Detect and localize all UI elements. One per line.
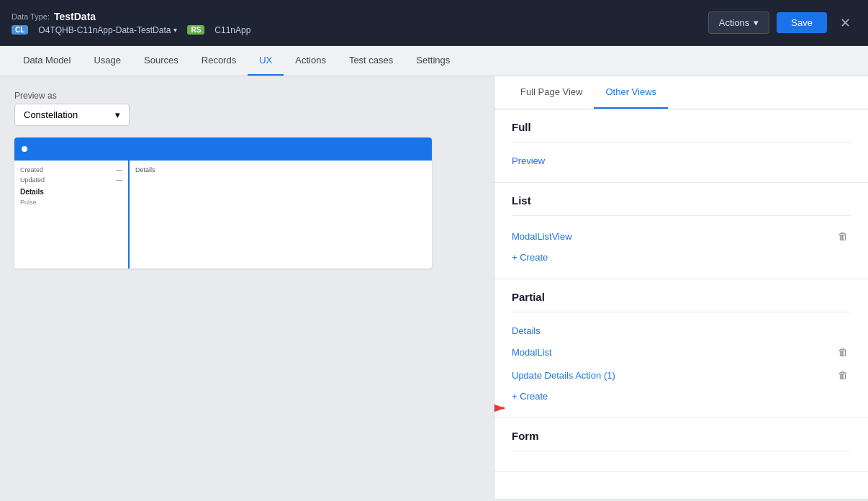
preview-sidebar: Created — Updated — Details Pulse Detail… xyxy=(14,161,432,268)
preview-card: Created — Updated — Details Pulse Detail… xyxy=(14,137,432,268)
save-button[interactable]: Save xyxy=(777,12,827,33)
nav-tabs: Data Model Usage Sources Records UX Acti… xyxy=(0,46,868,76)
form-section: Form xyxy=(494,418,868,472)
delete-update-details-action-icon[interactable]: 🗑 xyxy=(835,368,851,382)
breadcrumb-cl[interactable]: O4TQHB-C11nApp-Data-TestData ▾ xyxy=(38,25,177,35)
modal-list-link[interactable]: ModalList xyxy=(512,347,552,358)
right-panel: Full Page View Other Views Full Preview … xyxy=(494,76,868,499)
created-row: Created — xyxy=(20,166,122,173)
tab-data-model[interactable]: Data Model xyxy=(12,46,82,76)
details-link[interactable]: Details xyxy=(512,325,541,336)
close-button[interactable]: ✕ xyxy=(834,12,856,34)
list-section-divider xyxy=(512,215,851,216)
chevron-down-icon: ▾ xyxy=(173,26,177,34)
preview-main-content: Details xyxy=(130,161,432,268)
panel-content: Full Preview List ModalListView 🗑 + Crea… xyxy=(494,109,868,499)
full-section: Full Preview xyxy=(494,109,868,183)
delete-modal-list-icon[interactable]: 🗑 xyxy=(835,345,851,359)
modal-list-view-link[interactable]: ModalListView xyxy=(512,231,572,242)
preview-label: Preview as xyxy=(14,91,479,101)
updated-label: Updated xyxy=(20,176,45,184)
full-preview-link[interactable]: Preview xyxy=(512,155,545,166)
badge-cl: CL xyxy=(12,25,28,35)
created-value: — xyxy=(116,166,122,173)
modal-list-view-row: ModalListView 🗑 xyxy=(512,225,851,248)
tab-actions[interactable]: Actions xyxy=(284,46,338,76)
preview-card-header xyxy=(14,137,432,161)
chevron-down-icon: ▾ xyxy=(754,17,759,28)
partial-section-title: Partial xyxy=(512,291,851,303)
full-section-divider xyxy=(512,142,851,143)
badge-rs: RS xyxy=(187,25,204,35)
list-section: List ModalListView 🗑 + Create xyxy=(494,183,868,279)
sidebar-details-label: Details xyxy=(20,188,122,196)
preview-select[interactable]: Constellation ▾ xyxy=(14,104,130,126)
partial-create-button[interactable]: + Create xyxy=(512,387,851,406)
breadcrumb: CL O4TQHB-C11nApp-Data-TestData ▾ RS C11… xyxy=(12,25,250,35)
created-label: Created xyxy=(20,166,43,173)
main-content: Preview as Constellation ▾ Created — Upd… xyxy=(0,76,868,499)
list-create-button[interactable]: + Create xyxy=(512,248,851,267)
chevron-down-icon: ▾ xyxy=(115,109,120,120)
red-arrow-annotation xyxy=(494,379,512,415)
form-section-title: Form xyxy=(512,430,851,442)
preview-select-value: Constellation xyxy=(24,109,78,120)
updated-value: — xyxy=(116,176,122,184)
full-section-title: Full xyxy=(512,121,851,133)
header: Data Type: TestData CL O4TQHB-C11nApp-Da… xyxy=(0,0,868,46)
data-type-label-text: Data Type: xyxy=(12,12,50,21)
actions-button[interactable]: Actions ▾ xyxy=(708,12,770,34)
tab-full-page-view[interactable]: Full Page View xyxy=(509,76,594,109)
tab-sources[interactable]: Sources xyxy=(132,46,190,76)
tab-ux[interactable]: UX xyxy=(248,46,284,76)
partial-section-divider xyxy=(512,312,851,312)
update-details-action-link[interactable]: Update Details Action (1) xyxy=(512,370,615,381)
tab-settings[interactable]: Settings xyxy=(404,46,461,76)
panel-tabs: Full Page View Other Views xyxy=(494,76,868,109)
main-details-header: Details xyxy=(135,166,426,173)
details-row: Details xyxy=(512,321,851,340)
data-type-row: Data Type: TestData xyxy=(12,11,250,22)
header-left: Data Type: TestData CL O4TQHB-C11nApp-Da… xyxy=(12,11,250,35)
header-right: Actions ▾ Save ✕ xyxy=(708,12,856,34)
modal-list-row: ModalList 🗑 xyxy=(512,340,851,364)
form-section-divider xyxy=(512,451,851,451)
update-details-action-row: Update Details Action (1) 🗑 xyxy=(512,364,851,387)
sidebar-pulse-label: Pulse xyxy=(20,199,122,206)
full-preview-row: Preview xyxy=(512,151,851,171)
list-section-title: List xyxy=(512,194,851,207)
tab-other-views[interactable]: Other Views xyxy=(594,76,668,109)
tab-usage[interactable]: Usage xyxy=(82,46,132,76)
tab-records[interactable]: Records xyxy=(190,46,248,76)
tab-test-cases[interactable]: Test cases xyxy=(338,46,404,76)
updated-row: Updated — xyxy=(20,176,122,184)
breadcrumb-rs: C11nApp xyxy=(214,25,250,35)
left-panel: Preview as Constellation ▾ Created — Upd… xyxy=(0,76,494,499)
preview-sidebar-left: Created — Updated — Details Pulse xyxy=(14,161,130,268)
partial-section: Partial Details ModalList 🗑 Update Detai… xyxy=(494,279,868,418)
delete-modal-list-view-icon[interactable]: 🗑 xyxy=(835,229,851,243)
data-type-value: TestData xyxy=(54,11,96,22)
header-dot xyxy=(22,146,27,152)
